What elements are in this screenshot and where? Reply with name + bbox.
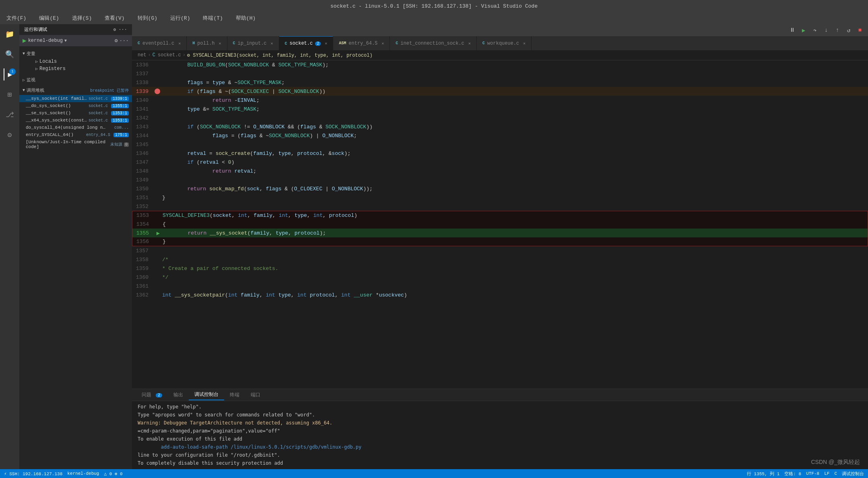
- activity-extensions[interactable]: ⊞: [4, 89, 16, 101]
- debug-play[interactable]: ▶: [799, 25, 808, 35]
- call-stack-line-5: 175:1: [113, 133, 129, 137]
- debug-step-into[interactable]: ↓: [821, 25, 831, 35]
- activity-explorer[interactable]: 📁: [4, 28, 16, 40]
- breadcrumb-net[interactable]: net: [138, 52, 146, 58]
- tab-poll[interactable]: H poll.h ✕: [187, 36, 227, 50]
- panel-tab-terminal[interactable]: 终端: [224, 390, 245, 400]
- watermark-text: CSDN @_微风轻起: [811, 459, 860, 465]
- more-icon[interactable]: ···: [119, 27, 127, 32]
- tab-ip-input[interactable]: C ip_input.c ✕: [227, 36, 279, 50]
- tab-label-ip: ip_input.c: [238, 41, 267, 46]
- menu-help[interactable]: 帮助(H): [233, 14, 258, 23]
- status-console[interactable]: 调试控制台: [842, 471, 864, 477]
- activity-git[interactable]: ⎇: [4, 109, 16, 121]
- call-stack-item-0[interactable]: __sys_socket(int family, int type, int p…: [19, 95, 132, 102]
- breakpoint-badge: breakpoint 已暂停: [90, 88, 129, 93]
- tab-eventpoll[interactable]: C eventpoll.c ✕: [132, 36, 187, 50]
- panel-content[interactable]: For help, type "help". Type "apropos wor…: [132, 401, 868, 469]
- status-encoding[interactable]: UTF-8: [806, 471, 819, 476]
- tab-label-inet: inet_connection_sock.c: [400, 41, 464, 46]
- more-icon2[interactable]: ···: [120, 38, 129, 44]
- code-line-1354: 1354 {: [132, 220, 868, 229]
- call-stack-file-2: socket.c: [89, 111, 108, 115]
- call-stack-item-4[interactable]: do_syscall_64(unsigned long nr, struct p…: [19, 124, 132, 131]
- settings-icon[interactable]: ⚙: [113, 27, 116, 32]
- menu-run[interactable]: 运行(R): [168, 14, 192, 23]
- breadcrumb-file[interactable]: C: [153, 52, 155, 58]
- code-line-1362: 1362 int __sys_socketpair(int family, in…: [132, 291, 868, 299]
- breadcrumb-filename[interactable]: socket.c: [158, 52, 181, 58]
- activity-search[interactable]: 🔍: [4, 48, 16, 60]
- code-line-1340: 1340 return -EINVAL;: [132, 96, 868, 105]
- code-line-1348: 1348 return retval;: [132, 167, 868, 175]
- tab-icon-socket: C: [285, 41, 287, 46]
- settings-icon2[interactable]: ⚙: [115, 37, 118, 44]
- tab-close-inet[interactable]: ✕: [468, 41, 471, 46]
- tab-close-socket[interactable]: ✕: [325, 41, 327, 46]
- call-stack-name-2: __se_sys_socket(): [26, 111, 71, 115]
- registers-item[interactable]: ▷ Registers: [19, 65, 132, 72]
- main-container: 📁 🔍 ▶ 1 ⊞ ⎇ ⚙ 运行和调试 ⚙ ··· ▶ kernel-debug…: [0, 24, 868, 469]
- tab-close-ip[interactable]: ✕: [271, 41, 273, 46]
- debug-step-over[interactable]: ↷: [810, 25, 820, 35]
- tab-close-entry64[interactable]: ✕: [381, 41, 384, 46]
- status-eol[interactable]: LF: [824, 471, 829, 476]
- panel-line-5: add-auto-load-safe-path /linux/linux-5.0…: [138, 443, 862, 451]
- status-debug-config[interactable]: kernel-debug: [67, 471, 99, 476]
- debug-stop[interactable]: ■: [855, 25, 865, 35]
- tab-socket[interactable]: C socket.c 2 ✕: [279, 36, 334, 50]
- call-stack-file-1: socket.c: [89, 104, 108, 108]
- status-right: 行 1355, 列 1 空格: 8 UTF-8 LF C 调试控制台: [747, 471, 864, 477]
- panel-tab-label-output: 输出: [173, 392, 183, 398]
- status-spaces[interactable]: 空格: 8: [784, 471, 801, 477]
- tab-close-poll[interactable]: ✕: [219, 41, 221, 46]
- status-line-col[interactable]: 行 1355, 列 1: [747, 471, 779, 477]
- activity-debug[interactable]: ▶ 1: [4, 68, 16, 80]
- tab-workqueue[interactable]: C workqueue.c ✕: [477, 36, 532, 50]
- breadcrumb-symbol[interactable]: ⚙ SYSCALL_DEFINE3(socket, int, family, i…: [187, 52, 373, 58]
- panel-line-2: Warning: Debuggee TargetArchitecture not…: [138, 419, 862, 427]
- code-line-1357: 1357: [132, 246, 868, 255]
- tab-inet[interactable]: C inet_connection_sock.c ✕: [390, 36, 476, 50]
- call-stack-name-4: do_syscall_64(unsigned long nr, struct p…: [26, 125, 106, 130]
- call-stack-item-1[interactable]: __do_sys_socket() socket.c 1355:1: [19, 102, 132, 109]
- locals-item[interactable]: ▷ Locals: [19, 58, 132, 65]
- chevron-down-icon3[interactable]: ▼: [23, 88, 25, 93]
- tab-entry64[interactable]: ASM entry_64.S ✕: [333, 36, 390, 50]
- call-stack-item-6[interactable]: [Unknown/Just-In-Time compiled code] 未知源…: [19, 138, 132, 150]
- play-button[interactable]: ▶: [23, 37, 27, 45]
- panel-tab-problems[interactable]: 问题 2: [136, 390, 168, 400]
- panel-tab-debug-console[interactable]: 调试控制台: [189, 389, 224, 400]
- variables-section: ▼ 变量 ▷ Locals ▷ Registers: [19, 48, 132, 74]
- menu-terminal[interactable]: 终端(T): [200, 14, 225, 23]
- watch-header[interactable]: ▷ 监视: [19, 76, 132, 84]
- menu-file[interactable]: 文件(F): [4, 14, 29, 23]
- problems-count: 2: [156, 393, 162, 398]
- call-stack-item-3[interactable]: __x64_sys_socket(const struct pt_regs * …: [19, 117, 132, 124]
- variables-header[interactable]: ▼ 变量: [19, 49, 132, 58]
- debug-restart[interactable]: ↺: [844, 25, 854, 35]
- status-language[interactable]: C: [834, 471, 837, 476]
- debug-step-out[interactable]: ↑: [833, 25, 842, 35]
- debug-continue[interactable]: ⏸: [788, 25, 797, 35]
- tab-close-eventpoll[interactable]: ✕: [178, 41, 181, 46]
- tab-label-socket: socket.c: [290, 41, 313, 46]
- call-stack-item-5[interactable]: entry_SYSCALL_64() entry_64.S 175:1: [19, 131, 132, 138]
- panel-tab-output[interactable]: 输出: [168, 390, 189, 400]
- tab-close-workqueue[interactable]: ✕: [523, 41, 526, 46]
- menu-edit[interactable]: 编辑(E): [37, 14, 61, 23]
- menu-view[interactable]: 查看(V): [102, 14, 127, 23]
- chevron-down-icon[interactable]: ▼: [64, 39, 67, 43]
- menu-goto[interactable]: 转到(G): [135, 14, 160, 23]
- panel-tab-label-terminal: 终端: [230, 392, 239, 398]
- activity-remote[interactable]: ⚙: [4, 129, 16, 141]
- panel-tab-ports[interactable]: 端口: [245, 390, 266, 400]
- kernel-debug-label: kernel-debug: [28, 38, 63, 43]
- tab-label-poll: poll.h: [197, 41, 214, 46]
- status-remote[interactable]: ⚡ SSH: 192.168.127.138: [4, 471, 62, 476]
- menu-select[interactable]: 选择(S): [70, 14, 94, 23]
- call-stack-item-2[interactable]: __se_sys_socket() socket.c 1353:1: [19, 109, 132, 117]
- code-editor[interactable]: 1336 BUILD_BUG_ON(SOCK_NONBLOCK & SOCK_T…: [132, 60, 868, 389]
- status-errors[interactable]: △ 0 ⊗ 0: [104, 471, 122, 476]
- call-stack-name-3: __x64_sys_socket(const struct pt_regs * …: [26, 118, 87, 123]
